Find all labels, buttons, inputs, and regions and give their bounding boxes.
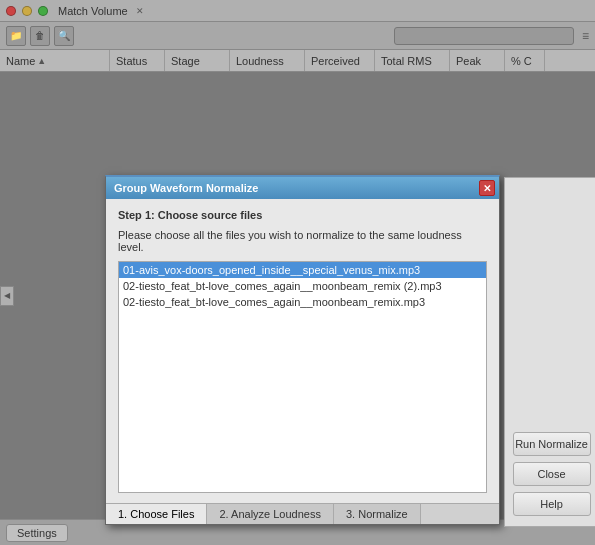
tab-analyze-loudness[interactable]: 2. Analyze Loudness xyxy=(207,504,334,524)
dialog-title: Group Waveform Normalize xyxy=(114,182,258,194)
step-label: Step 1: Choose source files xyxy=(118,209,487,221)
dialog-overlay: EFXI.RU Group Waveform Normalize ✕ Step … xyxy=(0,0,595,545)
file-item-2[interactable]: 02-tiesto_feat_bt-love_comes_again__moon… xyxy=(119,278,486,294)
dialog-title-bar: Group Waveform Normalize ✕ xyxy=(106,177,499,199)
dialog-close-button[interactable]: ✕ xyxy=(479,180,495,196)
tab-choose-files[interactable]: 1. Choose Files xyxy=(106,504,207,524)
file-list[interactable]: 01-avis_vox-doors_opened_inside__special… xyxy=(118,261,487,493)
file-item-3[interactable]: 02-tiesto_feat_bt-love_comes_again__moon… xyxy=(119,294,486,310)
help-button[interactable]: Help xyxy=(513,492,591,516)
normalize-dialog: Group Waveform Normalize ✕ Step 1: Choos… xyxy=(105,175,500,525)
run-normalize-button[interactable]: Run Normalize xyxy=(513,432,591,456)
close-button[interactable]: Close xyxy=(513,462,591,486)
dialog-buttons-panel: Run Normalize Close Help xyxy=(504,177,595,527)
instruction-text: Please choose all the files you wish to … xyxy=(118,229,487,253)
dialog-body: Step 1: Choose source files Please choos… xyxy=(106,199,499,503)
file-item-1[interactable]: 01-avis_vox-doors_opened_inside__special… xyxy=(119,262,486,278)
tab-normalize[interactable]: 3. Normalize xyxy=(334,504,421,524)
dialog-tabs: 1. Choose Files 2. Analyze Loudness 3. N… xyxy=(106,503,499,524)
